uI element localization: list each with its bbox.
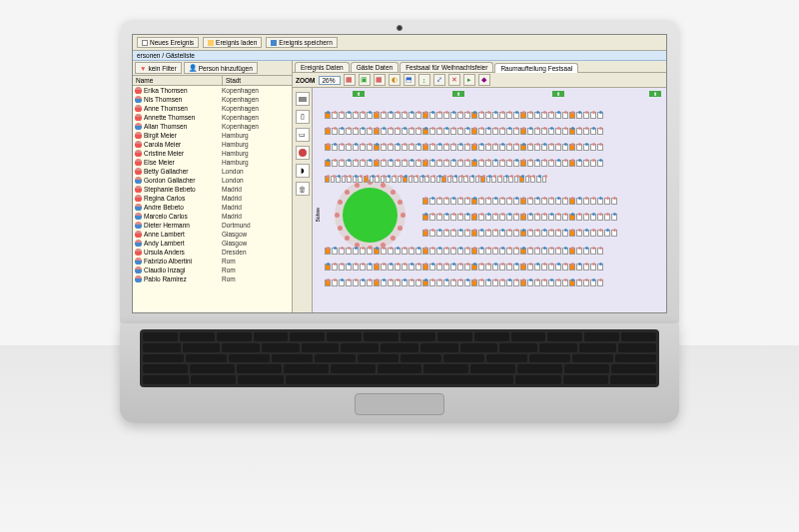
seat[interactable]	[450, 230, 456, 237]
seat[interactable]	[347, 176, 352, 183]
tab-1[interactable]: Gäste Daten	[351, 62, 400, 72]
seat[interactable]	[530, 176, 535, 183]
seat[interactable]	[325, 176, 330, 183]
seat[interactable]	[597, 160, 603, 167]
seat[interactable]	[520, 264, 526, 270]
seat[interactable]	[360, 248, 366, 255]
guest-row[interactable]: Carola MeierHamburg	[133, 140, 292, 149]
floor-plan[interactable]: ⬆ ⬆ ⬆ ⬆ Bühne	[313, 88, 666, 312]
seat[interactable]	[513, 214, 519, 221]
seat[interactable]	[464, 198, 470, 205]
seat[interactable]	[597, 198, 603, 205]
header-city[interactable]: Stadt	[223, 76, 292, 85]
seat[interactable]	[353, 279, 359, 286]
seat[interactable]	[548, 198, 554, 205]
seat[interactable]	[381, 279, 387, 286]
seat[interactable]	[325, 279, 331, 286]
seat[interactable]	[491, 176, 496, 183]
seat[interactable]	[597, 264, 603, 270]
seat[interactable]	[336, 176, 341, 183]
seat[interactable]	[506, 230, 512, 237]
guest-row[interactable]: Erika ThomsenKopenhagen	[133, 86, 292, 95]
seat[interactable]	[367, 128, 373, 135]
add-person-button[interactable]: 👤 Person hinzufügen	[184, 62, 258, 74]
seat[interactable]	[469, 176, 474, 183]
seat[interactable]	[464, 230, 470, 237]
seat[interactable]	[422, 112, 428, 119]
seat[interactable]	[590, 230, 596, 237]
seat[interactable]	[569, 248, 575, 255]
seat[interactable]	[506, 198, 512, 205]
zoom-tool-4[interactable]: ◐	[389, 74, 400, 86]
seat[interactable]	[478, 112, 484, 119]
seat[interactable]	[562, 279, 568, 286]
guest-row[interactable]: Nis ThomsenKopenhagen	[133, 95, 292, 104]
seat[interactable]	[471, 264, 477, 270]
seat[interactable]	[562, 112, 568, 119]
round-seat[interactable]	[345, 190, 350, 195]
seat[interactable]	[436, 264, 442, 270]
seat[interactable]	[429, 248, 435, 255]
seat[interactable]	[497, 176, 502, 183]
seat[interactable]	[548, 279, 554, 286]
seat[interactable]	[413, 176, 418, 183]
seat[interactable]	[583, 112, 589, 119]
seat[interactable]	[499, 128, 505, 135]
seat[interactable]	[422, 128, 428, 135]
seat[interactable]	[325, 144, 331, 151]
seat[interactable]	[499, 230, 505, 237]
seat[interactable]	[422, 230, 428, 237]
seat[interactable]	[492, 279, 498, 286]
seat[interactable]	[325, 112, 331, 119]
seat[interactable]	[534, 160, 540, 167]
tab-2[interactable]: Festsaal für Weihnachtsfeier	[400, 62, 493, 72]
seat[interactable]	[381, 176, 386, 183]
seat[interactable]	[339, 160, 345, 167]
seat[interactable]	[408, 264, 414, 270]
seat[interactable]	[513, 248, 519, 255]
seat[interactable]	[429, 214, 435, 221]
seat[interactable]	[506, 144, 512, 151]
seat[interactable]	[422, 198, 428, 205]
seat[interactable]	[450, 128, 456, 135]
seat[interactable]	[422, 248, 428, 255]
seat[interactable]	[464, 160, 470, 167]
seat[interactable]	[436, 144, 442, 151]
seat[interactable]	[569, 144, 575, 151]
seat[interactable]	[604, 214, 610, 221]
seat[interactable]	[583, 144, 589, 151]
round-seat[interactable]	[398, 226, 402, 231]
seat[interactable]	[555, 112, 561, 119]
seat[interactable]	[463, 176, 468, 183]
seat[interactable]	[478, 198, 484, 205]
seat[interactable]	[332, 264, 338, 270]
seat[interactable]	[374, 264, 380, 270]
seat[interactable]	[562, 160, 568, 167]
seat[interactable]	[386, 176, 391, 183]
seat[interactable]	[536, 176, 541, 183]
seat[interactable]	[541, 160, 547, 167]
seat[interactable]	[471, 128, 477, 135]
seat[interactable]	[401, 128, 407, 135]
seat[interactable]	[520, 128, 526, 135]
seat[interactable]	[339, 264, 345, 270]
seat[interactable]	[464, 214, 470, 221]
seat[interactable]	[360, 144, 366, 151]
seat[interactable]	[381, 160, 387, 167]
seat[interactable]	[331, 176, 336, 183]
seat[interactable]	[450, 248, 456, 255]
seat[interactable]	[443, 279, 449, 286]
zoom-value[interactable]: 26%	[319, 76, 341, 85]
seat[interactable]	[485, 160, 491, 167]
seat[interactable]	[548, 112, 554, 119]
seat[interactable]	[395, 264, 400, 270]
seat[interactable]	[590, 279, 596, 286]
seat[interactable]	[464, 279, 470, 286]
save-event-button[interactable]: Ereignis speichern	[266, 37, 337, 48]
seat[interactable]	[422, 279, 428, 286]
guest-row[interactable]: Ursula AndersDresden	[133, 248, 292, 257]
seat[interactable]	[555, 144, 561, 151]
guest-row[interactable]: Allan ThomsenKopenhagen	[133, 122, 292, 131]
seat[interactable]	[604, 198, 610, 205]
seat[interactable]	[534, 264, 540, 270]
